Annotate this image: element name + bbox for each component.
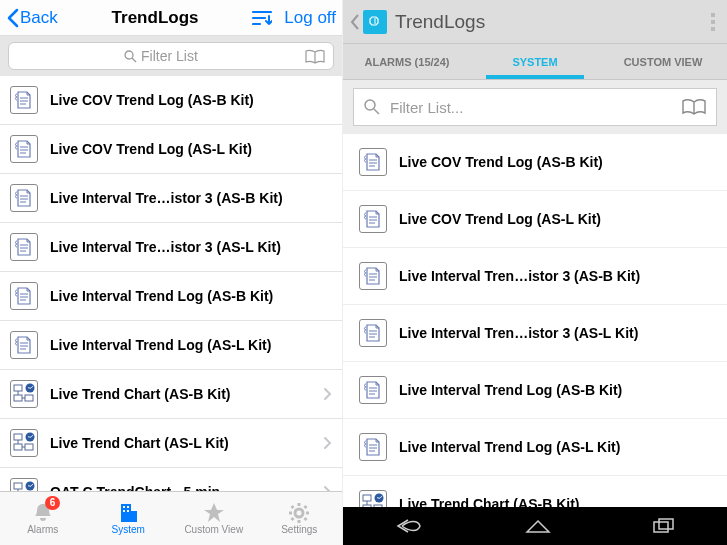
- trend-log-icon: [359, 376, 387, 404]
- list-item[interactable]: OAT C TrendChart - 5 min: [0, 468, 342, 491]
- list-item-label: Live Interval Trend Log (AS-L Kit): [399, 439, 620, 455]
- filter-input[interactable]: Filter List...: [353, 88, 717, 126]
- android-title: TrendLogs: [395, 11, 485, 33]
- list-item-label: Live Interval Trend Log (AS-L Kit): [50, 337, 271, 353]
- list-item[interactable]: Live Interval Tre…istor 3 (AS-B Kit): [0, 174, 342, 223]
- tab-custom-view[interactable]: Custom View: [171, 492, 257, 545]
- list-item[interactable]: Live Interval Tre…istor 3 (AS-L Kit): [0, 223, 342, 272]
- svg-rect-16: [127, 506, 129, 508]
- list-item-label: Live Interval Tre…istor 3 (AS-L Kit): [50, 239, 281, 255]
- svg-rect-15: [123, 506, 125, 508]
- list-item-label: Live Trend Chart (AS-B Kit): [50, 386, 230, 402]
- trend-log-icon: [359, 319, 387, 347]
- list-item[interactable]: Live Interval Trend Log (AS-L Kit): [0, 321, 342, 370]
- list-item-label: Live Trend Chart (AS-B Kit): [399, 496, 579, 507]
- svg-point-0: [125, 51, 133, 59]
- trend-log-icon: [10, 233, 38, 261]
- logoff-button[interactable]: Log off: [284, 8, 336, 28]
- svg-rect-5: [14, 434, 22, 440]
- trend-chart-icon: [359, 490, 387, 507]
- list-item[interactable]: Live Interval Trend Log (AS-L Kit): [343, 419, 727, 476]
- tab-system[interactable]: SYSTEM: [471, 44, 599, 79]
- building-icon: [117, 502, 139, 524]
- search-icon: [364, 99, 380, 115]
- list-item[interactable]: Live COV Trend Log (AS-B Kit): [0, 76, 342, 125]
- chevron-left-icon: [6, 8, 20, 28]
- tab-alarms-15-24-[interactable]: ALARMS (15/24): [343, 44, 471, 79]
- android-screen: TrendLogs ALARMS (15/24)SYSTEMCUSTOM VIE…: [343, 0, 727, 545]
- svg-rect-14: [131, 511, 137, 522]
- back-button[interactable]: Back: [6, 8, 58, 28]
- list-item-label: Live Trend Chart (AS-L Kit): [50, 435, 229, 451]
- tab-badge: 6: [45, 496, 61, 510]
- svg-rect-25: [654, 522, 668, 532]
- android-home-icon[interactable]: [525, 518, 551, 534]
- android-recent-icon[interactable]: [652, 518, 676, 534]
- android-back-icon[interactable]: [394, 518, 424, 534]
- ios-screen: Back TrendLogs Log off Filter List Live …: [0, 0, 343, 545]
- list-item-label: Live Interval Tren…istor 3 (AS-B Kit): [399, 268, 640, 284]
- tab-label: Alarms: [27, 524, 58, 535]
- svg-rect-2: [14, 395, 22, 401]
- tab-label: Settings: [281, 524, 317, 535]
- filter-placeholder: Filter List: [141, 48, 198, 64]
- list-item-label: Live COV Trend Log (AS-B Kit): [399, 154, 603, 170]
- svg-rect-7: [25, 444, 33, 450]
- ios-searchbar: Filter List: [0, 36, 342, 76]
- tab-system[interactable]: System: [86, 492, 172, 545]
- svg-rect-3: [25, 395, 33, 401]
- list-item-label: OAT C TrendChart - 5 min: [50, 484, 220, 491]
- search-icon: [124, 50, 137, 63]
- book-icon[interactable]: [682, 98, 706, 116]
- svg-rect-18: [127, 510, 129, 512]
- list-item[interactable]: Live COV Trend Log (AS-B Kit): [343, 134, 727, 191]
- sort-icon[interactable]: [252, 10, 272, 26]
- svg-point-20: [365, 100, 375, 110]
- trend-log-icon: [359, 433, 387, 461]
- filter-placeholder: Filter List...: [390, 99, 672, 116]
- overflow-menu-icon[interactable]: [711, 13, 721, 31]
- svg-rect-21: [363, 495, 371, 501]
- list-item[interactable]: Live Interval Trend Log (AS-B Kit): [0, 272, 342, 321]
- list-item[interactable]: Live COV Trend Log (AS-L Kit): [0, 125, 342, 174]
- list-item[interactable]: Live Trend Chart (AS-B Kit): [343, 476, 727, 507]
- page-title: TrendLogs: [112, 8, 199, 28]
- list-item[interactable]: Live Interval Tren…istor 3 (AS-L Kit): [343, 305, 727, 362]
- android-navbar: [343, 507, 727, 545]
- trend-chart-icon: [10, 429, 38, 457]
- svg-rect-6: [14, 444, 22, 450]
- list-item-label: Live Interval Tre…istor 3 (AS-B Kit): [50, 190, 283, 206]
- list-item[interactable]: Live Trend Chart (AS-B Kit): [0, 370, 342, 419]
- filter-input[interactable]: Filter List: [8, 42, 334, 70]
- up-button[interactable]: [349, 13, 361, 31]
- svg-rect-13: [121, 504, 131, 522]
- android-list[interactable]: Live COV Trend Log (AS-B Kit)Live COV Tr…: [343, 134, 727, 507]
- svg-rect-1: [14, 385, 22, 391]
- svg-rect-26: [659, 519, 673, 529]
- list-item[interactable]: Live Interval Tren…istor 3 (AS-B Kit): [343, 248, 727, 305]
- star-icon: [202, 502, 226, 524]
- trend-log-icon: [10, 184, 38, 212]
- gear-icon: [287, 502, 311, 524]
- svg-rect-17: [123, 510, 125, 512]
- android-searchwrap: Filter List...: [343, 80, 727, 134]
- trend-log-icon: [10, 86, 38, 114]
- android-actionbar: TrendLogs: [343, 0, 727, 44]
- list-item[interactable]: Live Interval Trend Log (AS-B Kit): [343, 362, 727, 419]
- ios-list[interactable]: Live COV Trend Log (AS-B Kit)Live COV Tr…: [0, 76, 342, 491]
- book-icon[interactable]: [305, 49, 325, 64]
- tab-custom-view[interactable]: CUSTOM VIEW: [599, 44, 727, 79]
- trend-log-icon: [10, 135, 38, 163]
- tab-settings[interactable]: Settings: [257, 492, 343, 545]
- chevron-right-icon: [323, 387, 332, 401]
- list-item-label: Live COV Trend Log (AS-L Kit): [399, 211, 601, 227]
- trend-chart-icon: [10, 478, 38, 491]
- svg-point-19: [295, 509, 303, 517]
- app-icon[interactable]: [363, 10, 387, 34]
- trend-log-icon: [359, 205, 387, 233]
- tab-alarms[interactable]: 6Alarms: [0, 492, 86, 545]
- list-item[interactable]: Live Trend Chart (AS-L Kit): [0, 419, 342, 468]
- list-item[interactable]: Live COV Trend Log (AS-L Kit): [343, 191, 727, 248]
- android-tabs: ALARMS (15/24)SYSTEMCUSTOM VIEW: [343, 44, 727, 80]
- tab-label: System: [112, 524, 145, 535]
